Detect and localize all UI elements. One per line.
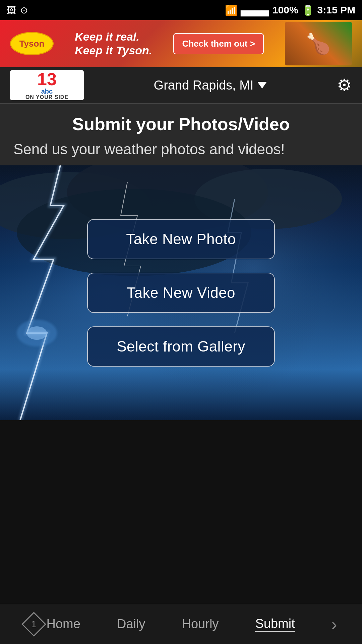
nav-hourly-label: Hourly [182,617,219,631]
page-subtitle: Send us your weather photos and videos! [13,140,349,159]
bottom-navigation: 1 Home Daily Hourly Submit › [0,604,362,644]
ad-food-image: 🍗 [285,22,352,65]
status-icons-right: 📶 ▄▄▄▄ 100% 🔋 3:15 PM [225,4,355,16]
home-icon: 1 [21,612,46,637]
nav-submit-label: Submit [255,616,295,631]
battery-percent: 100% [273,4,298,16]
take-photo-button[interactable]: Take New Photo [87,219,275,259]
status-icons-left: 🖼 ⊙ [7,5,28,16]
lightning-background-section: Take New Photo Take New Video Select fro… [0,165,362,420]
clock: 3:15 PM [317,4,355,16]
nav-daily[interactable]: Daily [117,617,145,631]
svg-point-6 [17,320,57,346]
select-gallery-button[interactable]: Select from Gallery [87,326,275,367]
gallery-icon: 🖼 [7,5,16,16]
page-title: Submit your Photos/Video [13,114,349,134]
ad-cta-button[interactable]: Check them out > [173,33,263,54]
ad-banner: Tyson Keep it real. Keep it Tyson. Check… [0,20,362,67]
nav-home[interactable]: 1 Home [25,615,80,633]
nav-daily-label: Daily [117,617,145,631]
circle-icon: ⊙ [20,5,28,16]
location-dropdown-icon [257,82,267,89]
nav-hourly[interactable]: Hourly [182,617,219,631]
status-bar: 🖼 ⊙ 📶 ▄▄▄▄ 100% 🔋 3:15 PM [0,0,362,20]
channel-logo: 13 abc ON YOUR SIDE [10,70,84,100]
nav-home-label: Home [47,617,80,631]
ad-tagline: Keep it real. Keep it Tyson. [75,30,152,57]
wifi-icon: 📶 [225,4,237,16]
tyson-logo: Tyson [10,32,54,55]
signal-icon: ▄▄▄▄ [241,4,269,16]
location-text: Grand Rapids, MI [154,78,254,93]
location-selector[interactable]: Grand Rapids, MI [154,78,267,93]
battery-icon: 🔋 [302,4,314,16]
nav-submit[interactable]: Submit [255,616,295,632]
svg-point-7 [27,326,47,340]
settings-button[interactable]: ⚙ [337,75,352,95]
take-video-button[interactable]: Take New Video [87,273,275,313]
nav-next-arrow[interactable]: › [331,614,337,634]
content-header: Submit your Photos/Video Send us your we… [0,104,362,165]
app-header: 13 abc ON YOUR SIDE Grand Rapids, MI ⚙ [0,67,362,104]
ad-left-section: Tyson [10,32,54,55]
